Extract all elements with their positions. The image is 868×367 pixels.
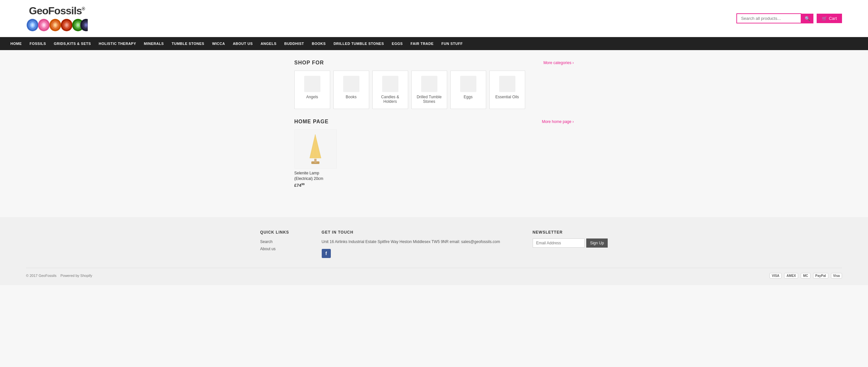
product-image [294, 130, 337, 169]
main-content: SHOP FOR More categories › Angels Books … [288, 50, 580, 197]
cart-label: Cart [829, 16, 837, 21]
candles-icon [382, 76, 398, 92]
homepage-header: HOME PAGE More home page › [294, 119, 574, 124]
product-price: £7499 [294, 182, 337, 188]
nav-fair[interactable]: FAIR TRADE [407, 37, 437, 50]
nav-fossils[interactable]: FOSSILS [26, 37, 50, 50]
logo-text: GeoFossils® [29, 5, 85, 17]
category-oils[interactable]: Essential Oils [489, 70, 525, 109]
drilled-icon [421, 76, 437, 92]
nav-books[interactable]: BOOKS [308, 37, 330, 50]
svg-marker-31 [310, 134, 321, 158]
angels-icon [304, 76, 320, 92]
footer-bottom: © 2017 GeoFossils Powered by Shopify VIS… [26, 268, 842, 279]
site-title: GeoFossils [29, 5, 82, 17]
shop-for-title: SHOP FOR [294, 60, 324, 66]
price-decimal: 99 [301, 182, 305, 186]
nav-eggs[interactable]: EGGS [388, 37, 407, 50]
product-name: Selenite Lamp (Electrical) 20cm [294, 170, 337, 181]
payment-mastercard: MC [801, 273, 810, 279]
header-right: 🔍 🛒 Cart [736, 13, 842, 23]
categories-grid: Angels Books Candles & Holders Drilled T… [294, 70, 574, 109]
svg-point-3 [31, 23, 34, 27]
shop-for-header: SHOP FOR More categories › [294, 60, 574, 66]
footer-search-link[interactable]: Search [260, 238, 289, 246]
search-button[interactable]: 🔍 [801, 14, 813, 23]
product-grid: Selenite Lamp (Electrical) 20cm £7499 [294, 130, 574, 188]
oils-icon [499, 76, 516, 92]
svg-point-7 [42, 23, 45, 27]
category-books[interactable]: Books [334, 70, 369, 109]
product-selenite[interactable]: Selenite Lamp (Electrical) 20cm £7499 [294, 130, 337, 188]
cart-icon: 🛒 [822, 16, 827, 21]
payment-visa2: Visa [831, 273, 842, 279]
selenite-lamp-icon [306, 133, 324, 165]
footer-about-link[interactable]: About us [260, 246, 289, 253]
copyright-text: © 2017 GeoFossils Powered by Shopify [26, 274, 92, 278]
svg-point-15 [65, 23, 68, 27]
main-nav: HOME FOSSILS GRIDS,KITS & SETS HOLISTIC … [0, 37, 868, 50]
category-angels-label: Angels [306, 95, 318, 99]
category-drilled[interactable]: Drilled Tumble Stones [411, 70, 447, 109]
nav-minerals[interactable]: MINERALS [140, 37, 168, 50]
facebook-icon[interactable]: f [322, 249, 331, 258]
nav-wicca[interactable]: WICCA [208, 37, 229, 50]
payment-paypal: PayPal [813, 273, 828, 279]
nav-home[interactable]: HOME [6, 37, 26, 50]
nav-holistic[interactable]: HOLISTIC THERAPY [95, 37, 140, 50]
search-bar: 🔍 [736, 13, 813, 23]
logo-gems [26, 18, 88, 32]
contact-address: Unit 16 Airlinks Industrial Estate Spitf… [322, 238, 500, 246]
nav-buddhist[interactable]: BUDDHIST [280, 37, 308, 50]
eggs-icon [460, 76, 476, 92]
registered-mark: ® [82, 6, 85, 11]
logo-area: GeoFossils® [26, 5, 88, 32]
search-input[interactable] [736, 13, 801, 23]
payment-visa: VISA [770, 273, 781, 279]
nav-about[interactable]: ABOUT US [229, 37, 256, 50]
footer: QUICK LINKS Search About us GET IN TOUCH… [0, 217, 868, 285]
footer-top: QUICK LINKS Search About us GET IN TOUCH… [26, 230, 842, 258]
get-in-touch-title: GET IN TOUCH [322, 230, 500, 234]
category-eggs[interactable]: Eggs [451, 70, 486, 109]
homepage-section: HOME PAGE More home page › [294, 119, 574, 188]
powered-by-text: Powered by Shopify [60, 274, 92, 278]
svg-point-23 [85, 23, 87, 27]
nav-angels[interactable]: ANGELS [257, 37, 280, 50]
svg-point-11 [54, 23, 57, 27]
payment-icons: VISA AMEX MC PayPal Visa [770, 273, 842, 279]
category-books-label: Books [346, 95, 356, 99]
nav-drilled[interactable]: DRILLED TUMBLE STONES [330, 37, 388, 50]
quick-links-title: QUICK LINKS [260, 230, 289, 234]
newsletter-email-input[interactable] [533, 238, 585, 248]
category-angels[interactable]: Angels [294, 70, 330, 109]
cart-button[interactable]: 🛒 Cart [817, 14, 842, 23]
header: GeoFossils® [0, 0, 868, 37]
more-homepage-link[interactable]: More home page › [542, 119, 574, 124]
newsletter-signup-button[interactable]: Sign Up [586, 238, 608, 248]
category-eggs-label: Eggs [464, 95, 472, 99]
category-candles[interactable]: Candles & Holders [372, 70, 408, 109]
homepage-title: HOME PAGE [294, 119, 329, 124]
social-icons: f [322, 249, 500, 258]
svg-point-19 [77, 23, 79, 27]
books-icon [343, 76, 360, 92]
nav-tumble[interactable]: TUMBLE STONES [168, 37, 208, 50]
gem-slices-icon [26, 18, 88, 32]
price-value: £74 [294, 183, 302, 188]
footer-newsletter: NEWSLETTER Sign Up [533, 230, 608, 258]
payment-amex: AMEX [784, 273, 798, 279]
nav-fun[interactable]: FUN STUFF [437, 37, 467, 50]
newsletter-title: NEWSLETTER [533, 230, 608, 234]
newsletter-form: Sign Up [533, 238, 608, 248]
footer-contact: GET IN TOUCH Unit 16 Airlinks Industrial… [322, 230, 500, 258]
category-oils-label: Essential Oils [495, 95, 519, 99]
nav-grids[interactable]: GRIDS,KITS & SETS [50, 37, 95, 50]
footer-quick-links: QUICK LINKS Search About us [260, 230, 289, 258]
category-candles-label: Candles & Holders [381, 95, 399, 104]
svg-rect-25 [314, 159, 316, 163]
category-drilled-label: Drilled Tumble Stones [416, 95, 442, 104]
copyright-value: © 2017 GeoFossils [26, 274, 57, 278]
more-categories-link[interactable]: More categories › [544, 60, 574, 65]
